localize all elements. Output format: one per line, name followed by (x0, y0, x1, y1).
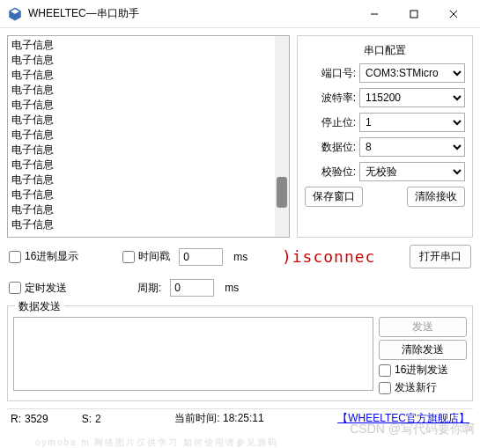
save-window-button[interactable]: 保存窗口 (305, 187, 363, 207)
timestamp-checkbox[interactable] (122, 251, 135, 263)
receive-line: 电子信息 (11, 83, 285, 98)
minimize-button[interactable] (354, 2, 394, 26)
clear-receive-button[interactable]: 清除接收 (407, 187, 465, 207)
svg-rect-1 (410, 11, 417, 18)
receive-line: 电子信息 (11, 217, 285, 232)
stop-select[interactable]: 1 (359, 113, 465, 132)
send-button[interactable]: 发送 (379, 317, 467, 337)
data-select[interactable]: 8 (359, 137, 465, 157)
maximize-button[interactable] (394, 2, 433, 26)
newline-label: 发送新行 (395, 380, 437, 395)
clear-send-button[interactable]: 清除发送 (379, 340, 467, 360)
timed-send-label: 定时发送 (25, 281, 67, 296)
receive-line: 电子信息 (11, 187, 285, 202)
send-legend: 数据发送 (15, 299, 64, 314)
s-label: S: (82, 413, 92, 425)
scrollbar-thumb[interactable] (277, 177, 287, 208)
period-input[interactable] (170, 279, 214, 297)
window-title: WHEELTEC—串口助手 (28, 6, 354, 21)
app-icon (7, 6, 23, 22)
store-link[interactable]: 【WHEELTEC官方旗舰店】 (337, 411, 469, 426)
parity-select[interactable]: 无校验 (359, 162, 465, 181)
port-select[interactable]: COM3:STMicro (359, 63, 465, 83)
receive-line: 电子信息 (11, 68, 285, 83)
scrollbar[interactable] (275, 36, 289, 237)
hex-send-label: 16进制发送 (395, 363, 448, 378)
r-label: R: (11, 413, 21, 425)
receive-line: 电子信息 (11, 38, 285, 53)
receive-line: 电子信息 (11, 113, 285, 128)
send-textarea[interactable] (13, 317, 373, 391)
receive-area[interactable]: 电子信息电子信息电子信息电子信息电子信息电子信息电子信息电子信息电子信息电子信息… (7, 35, 290, 238)
time-label: 当前时间: (174, 412, 219, 424)
watermark-bottom: oymoba m 网络图片仅供学习 如何使用请参见源码 (35, 437, 278, 448)
parity-label: 校验位: (305, 165, 356, 180)
window-controls (354, 2, 473, 26)
hex-send-checkbox[interactable] (379, 364, 391, 377)
data-label: 数据位: (305, 140, 356, 155)
timestamp-label: 时间戳 (138, 249, 170, 264)
timed-send-checkbox[interactable] (9, 282, 21, 294)
serial-config-panel: 串口配置 端口号: COM3:STMicro 波特率: 115200 停止位: … (297, 35, 473, 238)
content: 电子信息电子信息电子信息电子信息电子信息电子信息电子信息电子信息电子信息电子信息… (0, 28, 480, 435)
receive-text: 电子信息电子信息电子信息电子信息电子信息电子信息电子信息电子信息电子信息电子信息… (8, 36, 289, 234)
hex-display-label: 16进制显示 (25, 249, 78, 264)
receive-line: 电子信息 (11, 202, 285, 217)
config-title: 串口配置 (305, 43, 465, 58)
period-unit: ms (225, 282, 239, 294)
baud-label: 波特率: (305, 91, 356, 106)
r-value: 3529 (25, 413, 48, 425)
baud-select[interactable]: 115200 (359, 88, 465, 107)
receive-line: 电子信息 (11, 173, 285, 187)
send-panel: 数据发送 发送 清除发送 16进制发送 发送新行 (7, 305, 473, 401)
receive-line: 电子信息 (11, 158, 285, 173)
connection-status: )isconnec (282, 247, 376, 266)
close-button[interactable] (433, 2, 473, 26)
receive-line: 电子信息 (11, 53, 285, 68)
receive-line: 电子信息 (11, 128, 285, 143)
port-label: 端口号: (305, 66, 356, 81)
time-value: 18:25:11 (223, 412, 264, 424)
receive-line: 电子信息 (11, 143, 285, 158)
stop-label: 停止位: (305, 115, 356, 130)
titlebar: WHEELTEC—串口助手 (0, 0, 480, 28)
receive-line: 电子信息 (11, 98, 285, 113)
period-label: 周期: (137, 281, 161, 296)
statusbar: R:3529 S:2 当前时间: 18:25:11 【WHEELTEC官方旗舰店… (7, 408, 473, 428)
newline-checkbox[interactable] (379, 382, 391, 394)
open-port-button[interactable]: 打开串口 (410, 245, 471, 268)
timestamp-unit: ms (233, 251, 247, 263)
hex-display-checkbox[interactable] (9, 251, 21, 263)
timestamp-input[interactable] (179, 248, 223, 266)
s-value: 2 (95, 413, 101, 425)
